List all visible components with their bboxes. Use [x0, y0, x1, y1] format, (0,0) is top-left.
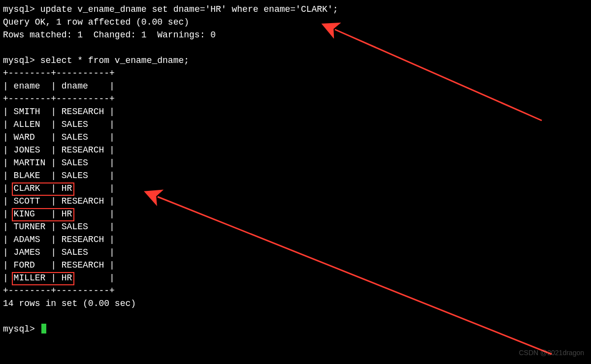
rows-matched-line: Rows matched: 1 Changed: 1 Warnings: 0 — [3, 30, 216, 40]
terminal[interactable]: mysql> update v_ename_dname set dname='H… — [0, 0, 591, 338]
col-header-dname: dname — [62, 81, 88, 91]
query-ok-line: Query OK, 1 row affected (0.00 sec) — [3, 17, 189, 27]
prompt: mysql> — [3, 324, 35, 334]
cursor-block — [41, 324, 46, 334]
table-border-bottom: +--------+----------+ — [3, 286, 115, 296]
col-header-ename: ename — [14, 81, 40, 91]
rows-in-set-line: 14 rows in set (0.00 sec) — [3, 299, 136, 308]
select-command: select * from v_ename_dname; — [40, 56, 189, 65]
prompt: mysql> — [3, 56, 35, 65]
table-border-top: +--------+----------+ — [3, 68, 115, 78]
prompt: mysql> — [3, 4, 35, 14]
table-border-mid: +--------+----------+ — [3, 94, 115, 104]
table-rows: | SMITH | RESEARCH | | ALLEN | SALES | |… — [3, 107, 115, 283]
watermark: CSDN @2021dragon — [519, 346, 584, 359]
update-command: update v_ename_dname set dname='HR' wher… — [40, 4, 338, 14]
